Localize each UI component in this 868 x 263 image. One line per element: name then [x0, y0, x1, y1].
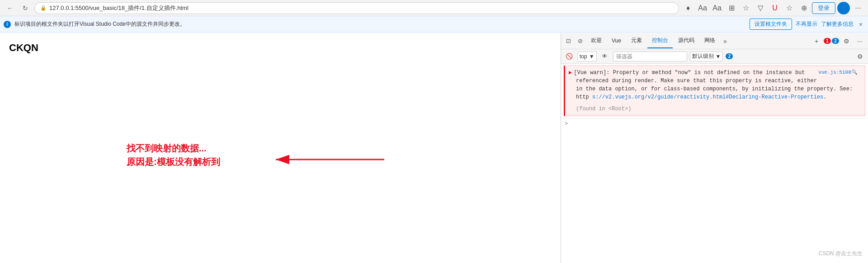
address-text: 127.0.0.1:5500/vue_basic/18_插件/1.自定义插件.h… — [49, 4, 189, 12]
error-text-line1: [Vue warn]: Property or method "now" is … — [574, 69, 805, 77]
devtools-inspect-icon[interactable]: ⊘ — [575, 36, 585, 47]
log-level-dropdown[interactable]: 默认级别 ▼ — [690, 52, 723, 61]
devtools-dock-icon[interactable]: ⊡ — [563, 36, 574, 47]
console-filter-input[interactable] — [613, 52, 687, 61]
prompt-arrow-icon: > — [565, 120, 568, 127]
info-banner-text: 标识项目的根文件夹以打开Visual Studio Code中的源文件并同步更改… — [14, 20, 746, 28]
split-screen-icon[interactable]: ⊞ — [725, 2, 738, 14]
banner-close-button[interactable]: × — [857, 20, 864, 29]
tab-sources[interactable]: 源代码 — [674, 34, 699, 48]
info-banner: i 标识项目的根文件夹以打开Visual Studio Code中的源文件并同步… — [0, 16, 868, 33]
devtools-settings-button[interactable]: ⚙ — [840, 35, 853, 47]
console-error-entry: ▶ [Vue warn]: Property or method "now" i… — [564, 66, 865, 116]
devtools-add-tab-button[interactable]: + — [810, 35, 823, 47]
tab-welcome[interactable]: 欢迎 — [586, 34, 606, 48]
devtools-tabs: ⊡ ⊘ 欢迎 Vue 元素 控制台 源代码 网络 » + 1 2 ⚙ ··· — [561, 33, 868, 49]
tab-network[interactable]: 网络 — [700, 34, 720, 48]
translate-icon[interactable]: Аа — [711, 2, 723, 14]
vue-file-link[interactable]: vue.js:5108 — [818, 69, 851, 76]
error-found-in: (found in <Root>) — [569, 105, 861, 113]
tab-elements[interactable]: 元素 — [627, 34, 646, 48]
refresh-button[interactable]: ↻ — [19, 2, 32, 14]
console-settings-icon[interactable]: ⚙ — [854, 51, 865, 62]
tab-console[interactable]: 控制台 — [647, 34, 673, 48]
browser-toolbar: ← ↻ 🔒 127.0.0.1:5500/vue_basic/18_插件/1.自… — [0, 0, 868, 16]
warning-badge: 2 — [832, 38, 839, 44]
tabs-overflow-button[interactable]: » — [721, 38, 730, 45]
error-text-line2: referenced during render. Make sure that… — [569, 77, 861, 85]
back-button[interactable]: ← — [4, 2, 16, 14]
info-icon: i — [4, 21, 11, 28]
login-button[interactable]: 登录 — [812, 2, 835, 14]
error-badge: 1 — [824, 38, 831, 44]
csdn-watermark: CSDN @吉士先生 — [818, 250, 863, 258]
extensions-icon[interactable]: ♦ — [682, 2, 694, 14]
maps-icon[interactable]: ▽ — [754, 2, 767, 14]
main-page-area: CKQN 找不到映射的数据... 原因是:模板没有解析到 — [0, 33, 561, 263]
address-bar[interactable]: 🔒 127.0.0.1:5500/vue_basic/18_插件/1.自定义插件… — [34, 2, 679, 14]
chevron-down-icon-level: ▼ — [716, 53, 721, 60]
console-content: ▶ [Vue warn]: Property or method "now" i… — [561, 64, 868, 263]
console-eye-button[interactable]: 👁 — [599, 51, 610, 62]
favorites-icon[interactable]: ☆ — [740, 2, 752, 14]
context-dropdown[interactable]: top ▼ — [577, 52, 597, 61]
error-link[interactable]: s://v2.vuejs.org/v2/guide/reactivity.htm… — [592, 94, 823, 100]
error-triangle-icon[interactable]: ▶ — [569, 69, 572, 77]
console-clear-button[interactable]: 🚫 — [564, 51, 575, 62]
page-logo: CKQN — [9, 42, 552, 54]
learn-more-link[interactable]: 了解更多信息 — [821, 20, 854, 28]
error-search-icon[interactable]: 🔍 — [851, 69, 858, 76]
console-prompt[interactable]: > — [561, 118, 868, 128]
tab-vue[interactable]: Vue — [607, 34, 626, 48]
chevron-down-icon: ▼ — [589, 53, 594, 60]
console-toolbar: 🚫 top ▼ 👁 默认级别 ▼ 2 ⚙ — [561, 49, 868, 64]
hub-icon[interactable]: ⊕ — [797, 2, 810, 14]
annotation-line2: 原因是:模板没有解析到 — [127, 155, 220, 169]
error-spacer — [569, 101, 861, 105]
star-icon[interactable]: ☆ — [783, 2, 796, 14]
level-badge: 2 — [726, 53, 733, 59]
ublock-icon[interactable]: U — [769, 2, 781, 14]
devtools-panel: ⊡ ⊘ 欢迎 Vue 元素 控制台 源代码 网络 » + 1 2 ⚙ ··· 🚫… — [561, 33, 868, 263]
annotation-line1: 找不到映射的数据... — [127, 141, 220, 155]
browser-toolbar-icons: ♦ Aa Аа ⊞ ☆ ▽ U ☆ ⊕ 登录 👤 ··· — [682, 2, 864, 14]
read-aloud-icon[interactable]: Aa — [696, 2, 709, 14]
annotation-arrow — [249, 132, 393, 187]
devtools-more-button[interactable]: ··· — [854, 35, 866, 47]
profile-button[interactable]: 👤 — [837, 2, 850, 14]
more-button[interactable]: ··· — [852, 2, 864, 14]
set-root-folder-button[interactable]: 设置根文件夹 — [750, 19, 792, 30]
annotation-text: 找不到映射的数据... 原因是:模板没有解析到 — [127, 141, 220, 169]
error-text-line3: in the data option, or for class-based c… — [569, 85, 861, 101]
no-show-link[interactable]: 不再显示 — [796, 20, 817, 28]
error-line-1: ▶ [Vue warn]: Property or method "now" i… — [569, 69, 861, 77]
lock-icon: 🔒 — [40, 5, 47, 11]
